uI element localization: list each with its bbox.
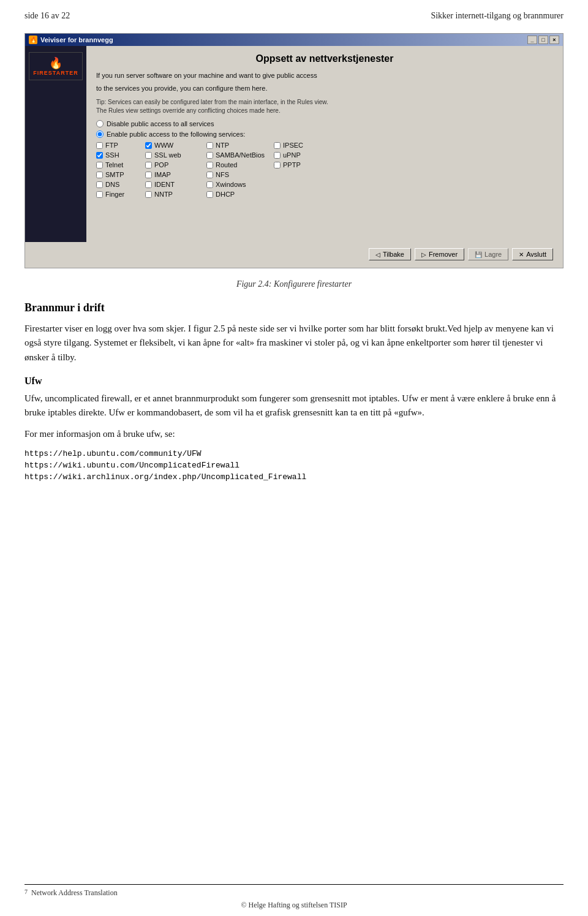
back-button[interactable]: ◁ Tilbake <box>369 248 411 260</box>
screenshot-window: 🔥 Veiviser for brannvegg _ □ × 🔥 FIRESTA… <box>24 33 564 268</box>
label-upnp: uPNP <box>283 151 301 159</box>
logo-brand-text: FIRESTARTER <box>32 70 80 76</box>
minimize-button[interactable]: _ <box>527 36 537 44</box>
copyright-text: © Helge Hafting og stiftelsen TISIP <box>0 901 588 910</box>
link-ufw2[interactable]: https://wiki.ubuntu.com/UncomplicatedFir… <box>24 461 564 470</box>
label-dhcp: DHCP <box>216 191 235 198</box>
window-footer: ◁ Tilbake ▷ Fremover 💾 Lagre ✕ Avslutt <box>25 242 563 268</box>
service-upnp: uPNP <box>274 151 335 159</box>
service-imap: IMAP <box>145 171 206 178</box>
checkbox-smtp[interactable] <box>96 172 103 178</box>
back-label: Tilbake <box>383 251 404 258</box>
radio-disable-row: Disable public access to all services <box>96 120 553 127</box>
service-samba: SAMBA/NetBios <box>206 151 274 159</box>
window-titlebar: 🔥 Veiviser for brannvegg _ □ × <box>25 34 563 46</box>
label-nntp: NNTP <box>154 191 173 198</box>
service-finger: Finger <box>96 191 145 198</box>
info-line2: to the services you provide, you can con… <box>96 83 553 94</box>
checkbox-routed[interactable] <box>206 162 213 168</box>
checkbox-imap[interactable] <box>145 172 152 178</box>
radio-disable-input[interactable] <box>96 120 104 127</box>
service-pop: POP <box>145 161 206 168</box>
window-content: 🔥 FIRESTARTER Oppsett av nettverkstjenes… <box>25 46 563 242</box>
label-pop: POP <box>154 161 168 168</box>
quit-button[interactable]: ✕ Avslutt <box>512 248 553 260</box>
service-dhcp: DHCP <box>206 191 274 198</box>
radio-disable-label: Disable public access to all services <box>107 120 214 127</box>
paragraph2: Ufw, uncomplicated firewall, er et annet… <box>24 392 564 420</box>
titlebar-title-group: 🔥 Veiviser for brannvegg <box>29 36 113 44</box>
checkbox-pptp[interactable] <box>274 162 281 168</box>
label-smtp: SMTP <box>105 171 124 178</box>
service-ssh: SSH <box>96 151 145 159</box>
checkbox-ntp[interactable] <box>206 142 213 149</box>
checkbox-samba[interactable] <box>206 152 213 159</box>
label-dns: DNS <box>105 181 119 188</box>
checkbox-xwindows[interactable] <box>206 181 213 188</box>
label-ftp: FTP <box>105 142 118 149</box>
forward-label: Fremover <box>429 251 458 258</box>
save-label: Lagre <box>484 251 502 258</box>
checkbox-ssh[interactable] <box>96 152 103 159</box>
label-telnet: Telnet <box>105 161 123 168</box>
section2-heading: Ufw <box>24 376 564 387</box>
maximize-button[interactable]: □ <box>538 36 548 44</box>
label-ident: IDENT <box>154 181 175 188</box>
checkbox-ident[interactable] <box>145 181 152 188</box>
checkbox-dhcp[interactable] <box>206 191 213 198</box>
checkbox-ftp[interactable] <box>96 142 103 149</box>
save-icon: 💾 <box>475 251 482 258</box>
service-sslweb: SSL web <box>145 151 206 159</box>
window-sidebar: 🔥 FIRESTARTER <box>25 46 86 242</box>
service-www: WWW <box>145 142 206 149</box>
figure-caption: Figur 2.4: Konfigurere firestarter <box>24 279 564 289</box>
window-controls[interactable]: _ □ × <box>527 36 559 44</box>
tip-line1: Tip: Services can easily be configured l… <box>96 99 328 105</box>
checkbox-upnp[interactable] <box>274 152 281 159</box>
close-button[interactable]: × <box>549 36 559 44</box>
page-header: side 16 av 22 Sikker internett-tilgang o… <box>0 0 588 27</box>
label-sslweb: SSL web <box>154 151 181 159</box>
quit-icon: ✕ <box>519 251 524 258</box>
label-xwindows: Xwindows <box>216 181 246 188</box>
logo-flame-icon: 🔥 <box>32 56 80 70</box>
label-ssh: SSH <box>105 151 119 159</box>
label-nfs: NFS <box>216 171 229 178</box>
label-ipsec: IPSEC <box>283 142 303 149</box>
save-button[interactable]: 💾 Lagre <box>468 248 508 260</box>
window-main-panel: Oppsett av nettverkstjenester If you run… <box>86 46 563 242</box>
checkbox-nntp[interactable] <box>145 191 152 198</box>
paragraph1: Firestarter viser en logg over hva som s… <box>24 322 564 365</box>
label-ntp: NTP <box>216 142 229 149</box>
checkbox-ipsec[interactable] <box>274 142 281 149</box>
service-empty2 <box>274 181 335 188</box>
service-pptp: PPTP <box>274 161 335 168</box>
link-ufw3[interactable]: https://wiki.archlinux.org/index.php/Unc… <box>24 472 564 482</box>
info-line1: If you run server software on your machi… <box>96 70 553 81</box>
service-xwindows: Xwindows <box>206 181 274 188</box>
info-description: If you run server software on your machi… <box>96 70 553 93</box>
window-icon: 🔥 <box>29 36 37 44</box>
forward-icon: ▷ <box>421 251 426 258</box>
service-dns: DNS <box>96 181 145 188</box>
radio-enable-input[interactable] <box>96 131 104 138</box>
checkbox-sslweb[interactable] <box>145 152 152 159</box>
checkbox-nfs[interactable] <box>206 172 213 178</box>
label-www: WWW <box>154 142 173 149</box>
service-ident: IDENT <box>145 181 206 188</box>
service-empty1 <box>274 171 335 178</box>
service-telnet: Telnet <box>96 161 145 168</box>
checkbox-finger[interactable] <box>96 191 103 198</box>
service-empty3 <box>274 191 335 198</box>
forward-button[interactable]: ▷ Fremover <box>415 248 464 260</box>
checkbox-dns[interactable] <box>96 181 103 188</box>
checkbox-telnet[interactable] <box>96 162 103 168</box>
service-ntp: NTP <box>206 142 274 149</box>
window-title-text: Veiviser for brannvegg <box>40 36 113 44</box>
link-ufw1[interactable]: https://help.ubuntu.com/community/UFW <box>24 449 564 458</box>
checkbox-pop[interactable] <box>145 162 152 168</box>
service-nntp: NNTP <box>145 191 206 198</box>
checkbox-www[interactable] <box>145 142 152 149</box>
tip-line2: The Rules view settings override any con… <box>96 107 281 114</box>
service-ftp: FTP <box>96 142 145 149</box>
